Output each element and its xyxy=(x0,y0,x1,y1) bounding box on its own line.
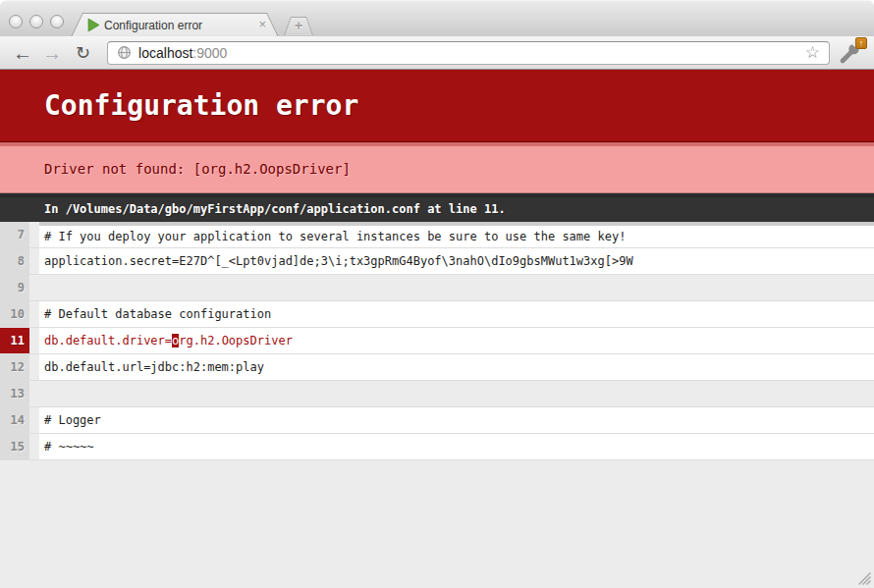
line-number: 9 xyxy=(0,275,29,301)
line-number: 7 xyxy=(0,222,29,248)
line-number: 12 xyxy=(0,354,29,381)
window-controls xyxy=(9,15,64,28)
line-number: 8 xyxy=(0,248,29,275)
window-minimize-button[interactable] xyxy=(29,15,43,28)
forward-button[interactable]: → xyxy=(42,43,62,63)
address-bar[interactable]: localhost :9000 ☆ xyxy=(107,41,830,65)
line-code: # ~~~~~ xyxy=(39,434,874,460)
url-host: localhost xyxy=(138,45,192,61)
site-globe-icon xyxy=(117,45,132,60)
bookmark-star-icon[interactable]: ☆ xyxy=(805,44,820,61)
source-line-row: 9 xyxy=(0,275,874,301)
source-line-row: 13 xyxy=(0,381,874,407)
play-framework-favicon-icon xyxy=(87,19,100,31)
tab-close-icon[interactable]: × xyxy=(258,17,266,31)
browser-toolbar: ← → ↻ localhost :9000 ☆ ↑ xyxy=(0,36,874,70)
line-code: # Logger xyxy=(39,407,874,434)
plus-icon: + xyxy=(284,18,313,33)
menu-wrench-button[interactable]: ↑ xyxy=(839,40,866,66)
update-badge: ↑ xyxy=(855,37,867,49)
page-title: Configuration error xyxy=(0,70,874,142)
window-titlebar[interactable]: Configuration error × + xyxy=(0,0,874,36)
window-close-button[interactable] xyxy=(9,15,23,28)
line-number: 13 xyxy=(0,381,29,407)
source-line-row: 7# If you deploy your application to sev… xyxy=(0,222,874,248)
error-detail: Driver not found: [org.h2.OopsDriver] xyxy=(0,142,874,193)
source-line-row: 12db.default.url=jdbc:h2:mem:play xyxy=(0,354,874,381)
window-zoom-button[interactable] xyxy=(50,15,64,28)
line-number: 11 xyxy=(0,328,29,354)
source-line-row: 11db.default.driver=org.h2.OopsDriver xyxy=(0,328,874,354)
resize-grip-icon[interactable] xyxy=(858,572,871,585)
source-line-row: 14# Logger xyxy=(0,407,874,434)
reload-button[interactable]: ↻ xyxy=(76,44,90,62)
source-line-row: 8application.secret=E27D^[_<Lpt0vjad]de;… xyxy=(0,248,874,275)
source-line-row: 15# ~~~~~ xyxy=(0,434,874,460)
line-code: db.default.driver=org.h2.OopsDriver xyxy=(39,328,874,354)
browser-window: Configuration error × + ← → ↻ localhost … xyxy=(0,0,874,588)
url-port: :9000 xyxy=(192,45,227,61)
tab-title: Configuration error xyxy=(104,19,202,32)
line-code: db.default.url=jdbc:h2:mem:play xyxy=(39,354,874,381)
line-number: 15 xyxy=(0,434,29,460)
line-code: application.secret=E27D^[_<Lpt0vjad]de;3… xyxy=(39,248,874,275)
page-content: Configuration error Driver not found: [o… xyxy=(0,70,874,588)
line-number: 14 xyxy=(0,407,29,434)
line-code: # If you deploy your application to seve… xyxy=(39,222,874,248)
line-code: # Default database configuration xyxy=(39,301,874,328)
line-number: 10 xyxy=(0,301,29,328)
source-location: In /Volumes/Data/gbo/myFirstApp/conf/app… xyxy=(0,193,874,222)
back-button[interactable]: ← xyxy=(13,43,32,63)
new-tab-button[interactable]: + xyxy=(284,17,313,35)
source-line-row: 10# Default database configuration xyxy=(0,301,874,328)
tab-configuration-error[interactable]: Configuration error × xyxy=(71,13,279,37)
source-lines: 7# If you deploy your application to sev… xyxy=(0,222,874,460)
